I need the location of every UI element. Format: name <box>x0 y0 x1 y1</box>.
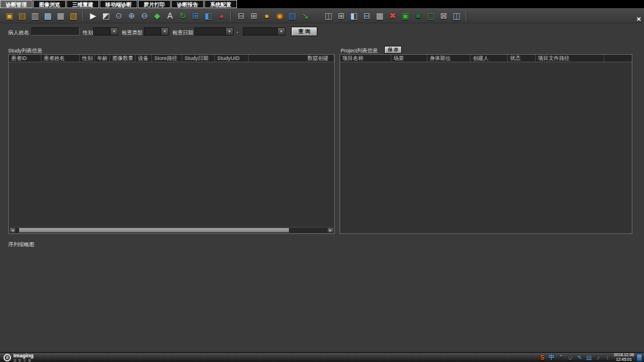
dual-monitor-icon[interactable]: ◫ <box>451 10 462 22</box>
column-header[interactable]: 患者姓名 <box>41 55 80 62</box>
chevron-down-icon[interactable]: ▼ <box>225 28 233 35</box>
menu-tab-3[interactable]: 三维重建 <box>66 0 99 8</box>
close-icon[interactable]: × <box>635 15 643 23</box>
dose-alt-icon[interactable]: ◉ <box>274 10 285 22</box>
menu-tab-1[interactable]: 诊断管理 <box>0 0 33 8</box>
delete-icon[interactable]: ✖ <box>387 10 398 22</box>
compare-layout-icon[interactable]: ◫ <box>323 10 334 22</box>
date-to-select[interactable]: ▼ <box>243 27 285 36</box>
column-header[interactable]: 状态 <box>508 55 536 62</box>
show-desktop-icon[interactable] <box>636 354 642 361</box>
menu-tab-4[interactable]: 移动端诊断 <box>100 0 137 8</box>
query-button[interactable]: 查 询 <box>291 27 317 36</box>
column-header[interactable]: 项目名称 <box>340 55 391 62</box>
open-study-icon[interactable]: ▣ <box>3 10 15 22</box>
save-data-icon[interactable]: ▥ <box>29 10 41 22</box>
scrollbar-thumb[interactable] <box>19 228 289 233</box>
app-logo: S Imaging 清 影 华 康 <box>0 353 34 362</box>
column-header[interactable]: StudyUID <box>215 55 249 62</box>
column-header[interactable]: 场景 <box>391 55 427 62</box>
report-note-icon[interactable]: ▤ <box>286 10 298 22</box>
chevron-down-icon[interactable]: ▼ <box>277 28 285 35</box>
zoom-out-icon[interactable]: ⊖ <box>139 10 150 22</box>
exam-type-select[interactable]: ▼ <box>144 27 169 36</box>
horizontal-split-icon[interactable]: ⊟ <box>361 10 373 22</box>
scroll-right-icon[interactable]: ► <box>327 228 334 233</box>
sogou-input-icon[interactable]: S <box>539 354 546 361</box>
logo-text: Imaging <box>13 353 34 359</box>
column-header[interactable]: 患者ID <box>9 55 41 62</box>
screen-on-icon[interactable]: ▣ <box>399 10 411 22</box>
emoji-picker-icon[interactable]: ☺ <box>567 354 574 361</box>
quad-layout-icon[interactable]: ⊞ <box>335 10 347 22</box>
film-import-icon[interactable]: ▧ <box>68 10 79 22</box>
study-horizontal-scrollbar[interactable]: ◄ ► <box>9 227 334 233</box>
study-table-body[interactable] <box>9 62 334 226</box>
invert-icon[interactable]: ◩ <box>100 10 112 22</box>
column-header[interactable]: Store路径 <box>152 55 182 62</box>
save-button[interactable]: 保 存 <box>384 46 402 54</box>
column-header[interactable]: 项目文件路径 <box>536 55 604 62</box>
scrollbar-track[interactable] <box>16 228 327 233</box>
date-to-value <box>243 28 277 35</box>
screen-off-icon[interactable]: ■ <box>412 10 424 22</box>
screen-capture-icon[interactable]: ▢ <box>425 10 437 22</box>
window-level-icon[interactable]: ⊞ <box>190 10 201 22</box>
column-spacer <box>604 55 632 62</box>
exam-date-label: 检查日期 <box>172 29 193 37</box>
column-header[interactable]: 设备 <box>136 55 152 62</box>
pointer-icon[interactable]: ▶ <box>87 10 99 22</box>
scroll-left-icon[interactable]: ◄ <box>9 228 16 233</box>
column-header[interactable]: Study日期 <box>182 55 215 62</box>
project-table-body[interactable] <box>340 62 632 226</box>
chevron-down-icon[interactable]: ▼ <box>161 28 168 35</box>
image-browse-icon[interactable]: ▩ <box>42 10 54 22</box>
film-layout-icon[interactable]: ⊟ <box>235 10 247 22</box>
annotation-icon[interactable]: A <box>164 10 176 22</box>
gender-select[interactable]: ▼ <box>93 27 118 36</box>
dose-icon[interactable]: ● <box>261 10 273 22</box>
column-header[interactable]: 身体部位 <box>427 55 470 62</box>
column-header[interactable]: 性别 <box>80 55 95 62</box>
column-header[interactable]: 年龄 <box>95 55 110 62</box>
logo-subtext: 清 影 华 康 <box>13 359 34 362</box>
date-from-select[interactable]: ▼ <box>194 27 233 36</box>
soft-keyboard-icon[interactable]: ▤ <box>585 354 593 361</box>
volume-icon[interactable]: ♪ <box>595 354 602 361</box>
zoom-icon[interactable]: ⊙ <box>113 10 125 22</box>
film-view-icon[interactable]: ▦ <box>55 10 66 22</box>
toolbar-separator <box>231 10 232 21</box>
export-image-icon[interactable]: ↘ <box>299 10 311 22</box>
usb-device-icon[interactable]: ↕ <box>604 354 611 361</box>
split-view-icon[interactable]: ◧ <box>203 10 214 22</box>
project-list-panel: 项目名称场景身体部位创建人状态项目文件路径 <box>339 54 632 234</box>
exam-type-label: 检查类型 <box>122 29 143 37</box>
menu-tab-6[interactable]: 诊断报告 <box>171 0 204 8</box>
refresh-icon[interactable]: ↻ <box>177 10 189 22</box>
film-layout-alt-icon[interactable]: ⊞ <box>248 10 260 22</box>
menu-tab-7[interactable]: 系统配置 <box>204 0 237 8</box>
handwriting-icon[interactable]: ✎ <box>576 354 583 361</box>
punctuation-icon[interactable]: ” <box>557 354 565 361</box>
input-language-icon[interactable]: 中 <box>548 353 555 361</box>
color-map-icon[interactable]: ◕ <box>215 10 227 22</box>
toolbar-gap <box>312 15 321 16</box>
chevron-down-icon[interactable]: ▼ <box>110 28 118 35</box>
column-header[interactable]: 图像数量 <box>110 55 136 62</box>
zoom-in-icon[interactable]: ⊕ <box>126 10 137 22</box>
gender-select-value <box>94 28 110 35</box>
menu-tab-2[interactable]: 图像浏览 <box>33 0 66 8</box>
menu-tab-5[interactable]: 胶片打印 <box>138 0 171 8</box>
thumbnail-area <box>8 248 632 348</box>
pan-icon[interactable]: ◆ <box>151 10 163 22</box>
system-clock: 2018.12.06 12:45:01 <box>614 353 634 362</box>
open-folder-icon[interactable]: ▤ <box>16 10 28 22</box>
multi-grid-icon[interactable]: ▦ <box>374 10 385 22</box>
vertical-split-icon[interactable]: ◧ <box>348 10 360 22</box>
film-export-icon[interactable]: ⊠ <box>438 10 450 22</box>
column-header[interactable]: 创建人 <box>470 55 508 62</box>
column-header[interactable]: 数据创建 <box>305 55 334 62</box>
date-from-value <box>195 28 225 35</box>
system-tray: S中”☺✎▤♪↕ <box>539 353 611 361</box>
patient-name-input[interactable] <box>31 27 80 36</box>
